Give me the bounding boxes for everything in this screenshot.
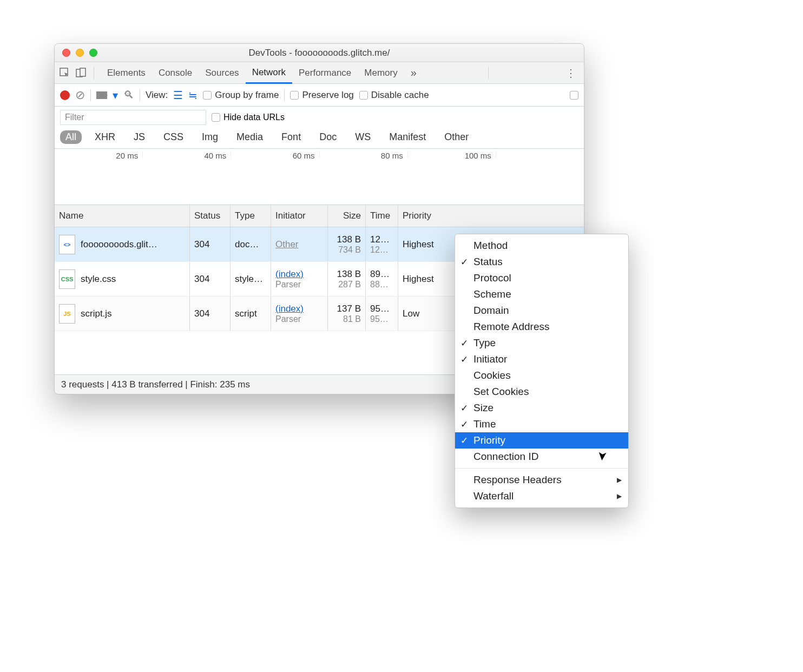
menu-item-response-headers[interactable]: Response Headers bbox=[455, 472, 628, 488]
time-cell: 12…12… bbox=[366, 227, 398, 261]
tab-sources[interactable]: Sources bbox=[199, 68, 245, 78]
checkbox[interactable] bbox=[290, 91, 299, 100]
filter-type-manifest[interactable]: Manifest bbox=[384, 130, 431, 144]
menu-item-connection-id[interactable]: Connection ID bbox=[455, 449, 628, 465]
separator bbox=[94, 67, 94, 80]
filter-type-media[interactable]: Media bbox=[231, 130, 268, 144]
tab-network[interactable]: Network bbox=[246, 62, 292, 84]
timeline[interactable]: 20 ms40 ms60 ms80 ms100 ms bbox=[55, 149, 584, 205]
view-label: View: bbox=[146, 90, 168, 101]
column-header-initiator[interactable]: Initiator bbox=[271, 205, 328, 227]
table-header[interactable]: NameStatusTypeInitiatorSizeTimePriority bbox=[55, 205, 584, 227]
status-cell: 304 bbox=[190, 297, 231, 331]
timeline-tick: 100 ms bbox=[408, 151, 496, 159]
menu-item-protocol[interactable]: Protocol bbox=[455, 270, 628, 286]
tabs-overflow-button[interactable]: » bbox=[411, 67, 417, 79]
hide-data-urls-label: Hide data URLs bbox=[223, 113, 285, 122]
tab-memory[interactable]: Memory bbox=[358, 68, 404, 78]
tab-row: ElementsConsoleSourcesNetworkPerformance… bbox=[101, 62, 404, 84]
svg-rect-2 bbox=[80, 68, 85, 76]
preserve-log-toggle[interactable]: Preserve log bbox=[290, 90, 353, 101]
column-header-time[interactable]: Time bbox=[366, 205, 398, 227]
tab-performance[interactable]: Performance bbox=[292, 68, 358, 78]
device-toolbar-icon[interactable] bbox=[75, 67, 87, 79]
request-name: script.js bbox=[81, 308, 112, 319]
size-cell: 138 B287 B bbox=[328, 262, 366, 296]
status-cell: 304 bbox=[190, 227, 231, 261]
window-title: DevTools - foooooooods.glitch.me/ bbox=[55, 48, 584, 58]
type-filters: AllXHRJSCSSImgMediaFontDocWSManifestOthe… bbox=[55, 128, 584, 148]
filter-input[interactable] bbox=[60, 110, 206, 125]
menu-item-status[interactable]: Status bbox=[455, 254, 628, 270]
separator bbox=[284, 89, 285, 101]
menu-item-size[interactable]: Size bbox=[455, 400, 628, 416]
menu-item-time[interactable]: Time bbox=[455, 416, 628, 432]
filter-type-ws[interactable]: WS bbox=[350, 130, 376, 144]
checkbox[interactable] bbox=[359, 91, 368, 100]
filter-type-js[interactable]: JS bbox=[128, 130, 150, 144]
capture-screenshots-icon[interactable] bbox=[96, 91, 107, 99]
checkbox[interactable] bbox=[203, 91, 212, 100]
separator bbox=[488, 67, 489, 80]
filter-type-img[interactable]: Img bbox=[196, 130, 223, 144]
initiator-cell[interactable]: (index)Parser bbox=[271, 297, 328, 331]
disable-cache-toggle[interactable]: Disable cache bbox=[359, 90, 429, 101]
menu-separator bbox=[455, 468, 628, 469]
menu-item-initiator[interactable]: Initiator bbox=[455, 351, 628, 367]
separator bbox=[140, 89, 140, 101]
column-header-name[interactable]: Name bbox=[55, 205, 190, 227]
menu-item-set-cookies[interactable]: Set Cookies bbox=[455, 384, 628, 400]
time-cell: 89…88… bbox=[366, 262, 398, 296]
filter-bar: Hide data URLs AllXHRJSCSSImgMediaFontDo… bbox=[55, 107, 584, 149]
file-css-icon: CSS bbox=[59, 269, 75, 289]
file-doc-icon: <> bbox=[59, 235, 75, 254]
file-js-icon: JS bbox=[59, 304, 75, 324]
column-header-type[interactable]: Type bbox=[231, 205, 271, 227]
group-by-frame-toggle[interactable]: Group by frame bbox=[203, 90, 279, 101]
request-name: style.css bbox=[81, 274, 116, 285]
checkbox[interactable] bbox=[212, 113, 220, 122]
filter-icon[interactable]: ▾ bbox=[113, 89, 118, 102]
timeline-tick: 60 ms bbox=[231, 151, 319, 159]
column-header-size[interactable]: Size bbox=[328, 205, 366, 227]
large-rows-icon[interactable]: ☰ bbox=[173, 89, 183, 102]
toolbar-overflow[interactable] bbox=[570, 91, 578, 100]
timeline-tick: 20 ms bbox=[55, 151, 143, 159]
menu-item-method[interactable]: Method bbox=[455, 238, 628, 254]
tab-console[interactable]: Console bbox=[152, 68, 199, 78]
filter-type-doc[interactable]: Doc bbox=[314, 130, 342, 144]
tab-elements[interactable]: Elements bbox=[101, 68, 152, 78]
column-header-priority[interactable]: Priority bbox=[398, 205, 584, 227]
filter-type-all[interactable]: All bbox=[60, 130, 82, 144]
menu-item-scheme[interactable]: Scheme bbox=[455, 286, 628, 302]
inspect-element-icon[interactable] bbox=[59, 67, 71, 79]
separator bbox=[90, 89, 91, 101]
menu-item-cookies[interactable]: Cookies bbox=[455, 367, 628, 384]
preserve-log-label: Preserve log bbox=[302, 90, 353, 101]
settings-kebab-icon[interactable]: ⋮ bbox=[562, 67, 580, 80]
initiator-cell[interactable]: Other bbox=[271, 227, 328, 261]
filter-type-other[interactable]: Other bbox=[439, 130, 474, 144]
filter-type-font[interactable]: Font bbox=[276, 130, 306, 144]
hide-data-urls-toggle[interactable]: Hide data URLs bbox=[212, 113, 285, 122]
menu-item-domain[interactable]: Domain bbox=[455, 302, 628, 319]
column-header-status[interactable]: Status bbox=[190, 205, 231, 227]
size-cell: 138 B734 B bbox=[328, 227, 366, 261]
menu-item-type[interactable]: Type bbox=[455, 335, 628, 351]
initiator-cell[interactable]: (index)Parser bbox=[271, 262, 328, 296]
timeline-tick: 40 ms bbox=[143, 151, 231, 159]
main-tabbar: ElementsConsoleSourcesNetworkPerformance… bbox=[55, 62, 584, 84]
search-icon[interactable]: 🔍︎ bbox=[123, 89, 134, 101]
filter-type-xhr[interactable]: XHR bbox=[89, 130, 121, 144]
menu-item-priority[interactable]: Priority bbox=[455, 432, 628, 449]
checkbox[interactable] bbox=[570, 91, 578, 100]
time-cell: 95…95… bbox=[366, 297, 398, 331]
disable-cache-label: Disable cache bbox=[371, 90, 429, 101]
waterfall-view-icon[interactable]: ≒ bbox=[188, 89, 198, 102]
menu-item-remote-address[interactable]: Remote Address bbox=[455, 319, 628, 335]
network-toolbar: ⊘ ▾ 🔍︎ View: ☰ ≒ Group by frame Preserve… bbox=[55, 84, 584, 107]
menu-item-waterfall[interactable]: Waterfall bbox=[455, 488, 628, 504]
record-button[interactable] bbox=[60, 90, 70, 100]
filter-type-css[interactable]: CSS bbox=[158, 130, 189, 144]
clear-icon[interactable]: ⊘ bbox=[75, 88, 85, 102]
